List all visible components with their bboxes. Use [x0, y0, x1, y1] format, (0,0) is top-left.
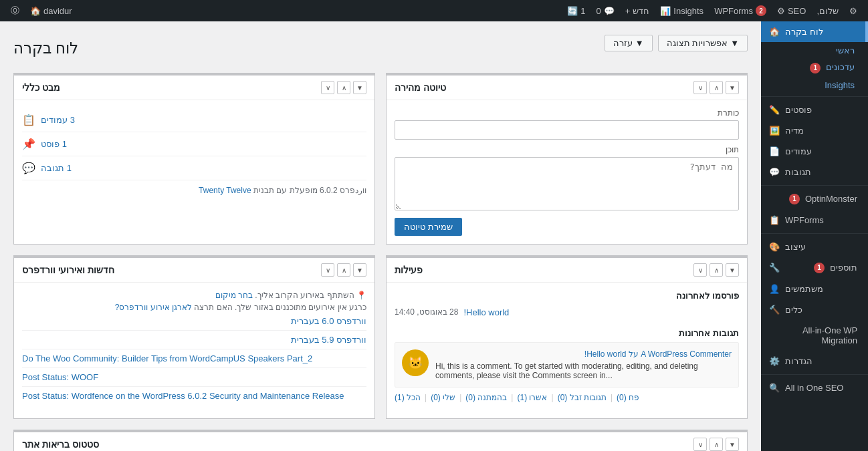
updates-icon: 🔄 — [567, 6, 578, 16]
sidebar-item-pages[interactable]: עמודים 📄 — [761, 141, 868, 162]
news-item-wp60: וורדפרס 6.0 בעברית — [22, 312, 366, 331]
plugins-icon: 🔧 — [769, 263, 780, 273]
location-icon: 📍 — [356, 291, 366, 300]
help-button[interactable]: ▼ עזרה — [605, 35, 653, 51]
sidebar-item-plugins[interactable]: תוספים 1 🔧 — [761, 257, 868, 279]
page-header: ▼ אפשרויות תצוגה ▼ עזרה לוח בקרה — [13, 35, 748, 62]
action-approved[interactable]: אשרו (1) — [517, 393, 547, 402]
sidebar-item-home[interactable]: ראשי — [761, 42, 868, 59]
published-title: פורסמו לאחרונה — [395, 291, 739, 301]
overview-up-btn[interactable]: ∧ — [337, 81, 350, 94]
save-draft-button[interactable]: שמירת טיוטה — [395, 218, 462, 236]
activity-down-btn[interactable]: ∨ — [693, 263, 707, 277]
overview-collapse-btn[interactable]: ▼ — [353, 81, 366, 94]
toolbar: ▼ אפשרויות תצוגה ▼ עזרה — [605, 35, 748, 51]
sidebar-item-insights[interactable]: Insights — [761, 77, 868, 94]
overview-down-btn[interactable]: ∨ — [321, 81, 334, 94]
wp60-link[interactable]: וורדפרס 6.0 בעברית — [291, 316, 366, 326]
wordpress-logo[interactable]: ⚙ — [844, 0, 863, 21]
news-body: 📍 השתתף באירוע הקרוב אליך. בחר מיקום כרג… — [14, 283, 374, 413]
draft-title-input[interactable] — [395, 120, 739, 140]
news-collapse-btn[interactable]: ▼ — [353, 263, 366, 277]
draft-content-input[interactable] — [395, 157, 739, 210]
site-health-controls: ▼ ∧ ∨ — [693, 438, 739, 451]
overview-comments-row: 1 תגובה 💬 — [22, 156, 366, 180]
activity-up-btn[interactable]: ∧ — [710, 263, 723, 277]
sidebar-item-users[interactable]: משתמשים 👤 — [761, 279, 868, 299]
overview-pages-row: 3 עמודים 📋 — [22, 108, 366, 132]
admin-bar-right: davidur 🏠 ⓪ — [5, 0, 78, 21]
action-pending[interactable]: בהמתנה (0) — [465, 393, 507, 402]
do-the-woo-link[interactable]: Do The Woo Community: Builder Tips from … — [22, 353, 366, 363]
wordfence-link[interactable]: Post Status: Wordfence on the WordPress … — [22, 391, 366, 401]
widget-down-btn[interactable]: ∨ — [693, 81, 707, 94]
sidebar-item-tools[interactable]: כלים 🔨 — [761, 299, 868, 320]
sidebar-item-posts[interactable]: פוסטים ✏️ — [761, 100, 868, 120]
sidebar-item-media[interactable]: מדיה 🖼️ — [761, 120, 868, 141]
admin-bar-comments[interactable]: 💬 0 — [590, 0, 619, 21]
theme-link[interactable]: Twenty Twelve — [199, 186, 251, 195]
admin-bar-updates[interactable]: 1 🔄 — [562, 0, 590, 21]
sidebar-item-migration[interactable]: All-in-One WP Migration — [761, 320, 868, 351]
site-health-collapse-btn[interactable]: ▼ — [726, 438, 739, 451]
post-status-woof-link[interactable]: Post Status: WOOF — [22, 372, 366, 382]
action-all[interactable]: הכל (1) — [395, 393, 421, 402]
commenter-link[interactable]: A WordPress Commenter — [641, 349, 732, 359]
admin-bar-wpforms[interactable]: 2 WPForms — [709, 0, 772, 21]
site-health-up-btn[interactable]: ∧ — [710, 438, 723, 451]
dashboard-icon: 🏠 — [769, 27, 780, 37]
news-widget: ▼ ∧ ∨ חדשות ואירועי וורדפרס 📍 השתתף באיר… — [13, 255, 375, 419]
design-icon: 🎨 — [769, 242, 780, 252]
overview-wp-info: ווردפרס 6.0.2 מופעלת עם תבנית Twenty Twe… — [22, 186, 366, 195]
overview-comments-link[interactable]: 1 תגובה — [41, 163, 72, 173]
wp-wrapper: לוח בקרה 🏠 ראשי עדכונים 1 Insights פוסטי… — [0, 21, 868, 451]
sidebar-item-aioseo[interactable]: All in One SEO 🔍 — [761, 378, 868, 398]
news-controls: ▼ ∧ ∨ — [321, 263, 366, 277]
admin-bar-username[interactable]: davidur 🏠 — [25, 0, 78, 21]
content-label: תוכן — [395, 145, 739, 154]
sidebar-item-updates[interactable]: עדכונים 1 — [761, 59, 868, 77]
site-health-header: ▼ ∧ ∨ סטטוס בריאות אתר — [14, 432, 747, 451]
site-health-down-btn[interactable]: ∨ — [693, 438, 707, 451]
action-trash[interactable]: פח (0) — [617, 393, 639, 402]
widget-collapse-btn[interactable]: ▼ — [726, 81, 739, 94]
hello-world-date: 28 באוגוסט, 14:40 — [395, 307, 458, 317]
pages-icon: 📄 — [769, 146, 780, 156]
action-mine[interactable]: שלי (0) — [431, 393, 455, 402]
quick-draft-header: ▼ ∧ ∨ טיוטה מהירה — [387, 76, 747, 100]
wp59-link[interactable]: וורדפרס 5.9 בעברית — [291, 335, 366, 345]
aioseo-icon: 🔍 — [769, 383, 780, 393]
display-options-button[interactable]: ▼ אפשרויות תצוגה — [658, 35, 748, 51]
location-select-link[interactable]: בחר מיקום — [215, 291, 253, 300]
comment-header: A WordPress Commenter על Hello world! — [435, 349, 732, 359]
action-spam[interactable]: תגובות זבל (0) — [558, 393, 607, 402]
hello-world-link[interactable]: Hello world! — [463, 307, 509, 317]
activity-collapse-btn[interactable]: ▼ — [726, 263, 739, 277]
news-up-btn[interactable]: ∧ — [337, 263, 350, 277]
chevron-down-icon: ▼ — [730, 38, 739, 48]
news-down-btn[interactable]: ∨ — [321, 263, 334, 277]
admin-bar-new[interactable]: חדש + — [620, 0, 655, 21]
organize-event-link[interactable]: לארגן אירוע וורדפרס? — [115, 303, 192, 312]
sidebar-item-dashboard[interactable]: לוח בקרה 🏠 — [761, 21, 868, 42]
widget-up-btn[interactable]: ∧ — [710, 81, 723, 94]
overview-widget: ▼ ∧ ∨ מבט כללי 3 עמודים 📋 1 פוסט 📌 — [13, 73, 375, 245]
overview-posts-link[interactable]: 1 פוסט — [41, 139, 67, 149]
admin-bar-site-name[interactable]: שלום, — [811, 0, 844, 21]
sidebar-item-settings[interactable]: הגדרות ⚙️ — [761, 351, 868, 371]
admin-bar-insights[interactable]: Insights 📊 — [655, 0, 709, 21]
sidebar-item-design[interactable]: עיצוב 🎨 — [761, 237, 868, 257]
admin-bar-seo[interactable]: SEO ⚙ — [772, 0, 811, 21]
activity-header: ▼ ∧ ∨ פעילות — [387, 258, 747, 283]
overview-header: ▼ ∧ ∨ מבט כללי — [14, 76, 374, 100]
sidebar-item-optinmonster[interactable]: OptinMonster 1 — [761, 188, 868, 210]
comment-filter-actions: פח (0) | תגובות זבל (0) | אשרו (1) | בהמ… — [395, 393, 739, 402]
sidebar-item-wpforms[interactable]: WPForms 📋 — [761, 210, 868, 231]
comment-post-link[interactable]: Hello world! — [584, 349, 627, 359]
seo-settings-icon: ⚙ — [777, 6, 785, 16]
admin-bar-wp-logo[interactable]: ⓪ — [5, 0, 25, 21]
comment-content: A WordPress Commenter על Hello world! Hi… — [435, 349, 732, 380]
sidebar-item-comments[interactable]: תגובות 💬 — [761, 162, 868, 182]
page-list-icon: 📋 — [22, 114, 35, 126]
sidebar-dashboard-label: לוח בקרה — [785, 27, 823, 37]
